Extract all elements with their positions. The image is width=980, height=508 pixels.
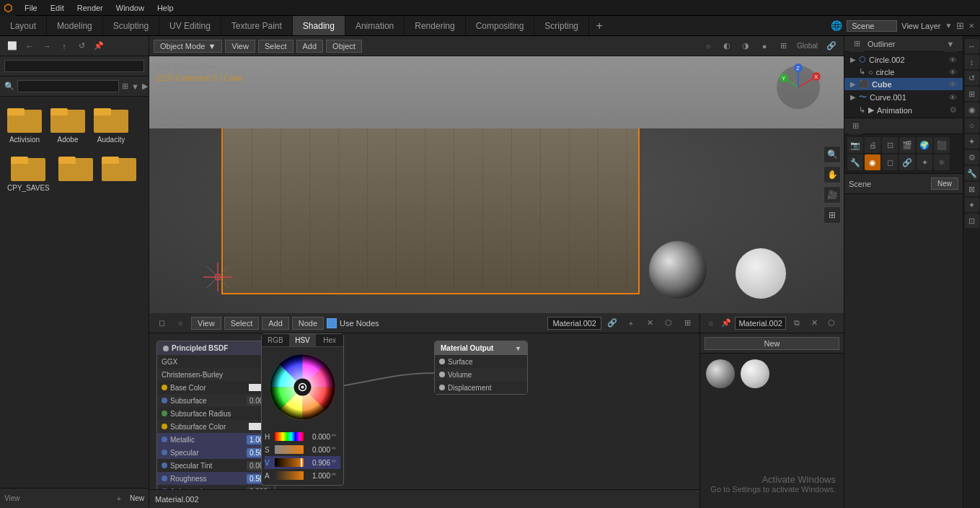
editor-type-btn[interactable]: ⬜: [4, 38, 20, 54]
viewport-snap-btn[interactable]: 🔗: [824, 38, 839, 54]
prop-world-icon[interactable]: 🌍: [917, 137, 932, 153]
tab-modeling[interactable]: Modeling: [47, 16, 103, 35]
outliner-curve001[interactable]: ▶ 〜 Curve.001 👁: [844, 90, 963, 104]
menu-render[interactable]: Render: [71, 2, 109, 14]
list-item[interactable]: Audacity: [94, 104, 128, 144]
menu-window[interactable]: Window: [110, 2, 150, 14]
tab-animation[interactable]: Animation: [345, 16, 405, 35]
prop-material-icon[interactable]: ◉: [865, 154, 880, 170]
tab-compositing[interactable]: Compositing: [466, 16, 535, 35]
viewport-shading2-btn[interactable]: ◑: [738, 38, 754, 54]
properties-type-btn[interactable]: ⊞: [847, 118, 863, 134]
node-canvas[interactable]: RGB HSV Hex: [149, 333, 699, 508]
new-material-btn[interactable]: New: [705, 337, 839, 350]
outliner-eye-anim[interactable]: ⚙: [950, 105, 957, 115]
list-item[interactable]: Adobe: [50, 104, 85, 144]
nav-zoom-in[interactable]: 🔍: [824, 146, 841, 163]
node-view-btn[interactable]: View: [191, 317, 221, 330]
color-tab-hex[interactable]: Hex: [316, 334, 343, 346]
node-node-btn[interactable]: Node: [292, 317, 324, 330]
mode-selector[interactable]: Object Mode ▼: [154, 40, 222, 53]
new-file-btn[interactable]: +: [111, 491, 127, 507]
mat-link-btn[interactable]: 🔗: [604, 315, 620, 331]
sidebar-tool-5[interactable]: ◉: [965, 102, 979, 117]
prop-physics-icon[interactable]: ⚛: [934, 154, 950, 170]
sidebar-tool-4[interactable]: ⊞: [965, 87, 979, 101]
sidebar-tool-10[interactable]: ⊠: [965, 182, 979, 196]
sat-bar[interactable]: [275, 445, 304, 454]
outliner-animation[interactable]: ↳ ▶ Animation ⚙: [844, 104, 963, 116]
mat-shield-btn[interactable]: ⬡: [661, 315, 676, 331]
refresh-btn[interactable]: ↺: [74, 38, 89, 54]
prop-particles-icon[interactable]: ✦: [917, 154, 932, 170]
tab-layout[interactable]: Layout: [0, 16, 47, 35]
viewport-view-btn[interactable]: View: [225, 40, 255, 53]
viewport-shading-btn[interactable]: ◐: [719, 38, 735, 54]
sidebar-tool-8[interactable]: ⚙: [965, 150, 979, 165]
sidebar-tool-7[interactable]: ✦: [965, 134, 979, 149]
tab-scripting[interactable]: Scripting: [534, 16, 589, 35]
up-btn[interactable]: ↑: [56, 38, 72, 54]
sidebar-tool-11[interactable]: ✦: [965, 198, 979, 212]
val-edit-icon[interactable]: ✏: [332, 458, 340, 467]
val-bar[interactable]: [275, 458, 304, 467]
tab-add[interactable]: +: [589, 16, 609, 35]
color-wheel[interactable]: [268, 353, 337, 421]
sidebar-tool-6[interactable]: ○: [965, 118, 979, 133]
prop-output-icon[interactable]: 🖨: [865, 137, 880, 153]
mat-x2-btn[interactable]: ✕: [806, 315, 822, 331]
use-nodes-toggle[interactable]: Use Nodes: [327, 318, 379, 328]
filter-btn[interactable]: ▼: [131, 79, 139, 95]
node-editor-sub-btn[interactable]: ○: [172, 315, 188, 331]
use-nodes-checkbox[interactable]: [327, 318, 337, 328]
node-add-btn[interactable]: Add: [262, 317, 289, 330]
outliner-circle[interactable]: ↳ ○ circle 👁: [844, 66, 963, 78]
viewport-sphere-btn[interactable]: ○: [700, 38, 716, 54]
viewport-object-btn[interactable]: Object: [326, 40, 362, 53]
bookmark-btn[interactable]: 📌: [91, 38, 107, 54]
viewport-shading3-btn[interactable]: ●: [756, 38, 772, 54]
outliner-eye-circle002[interactable]: 👁: [949, 56, 957, 64]
prop-modifier-icon[interactable]: 🔧: [847, 154, 863, 170]
tab-uv-editing[interactable]: UV Editing: [159, 16, 221, 35]
menu-help[interactable]: Help: [151, 2, 180, 14]
search-input[interactable]: [17, 80, 119, 92]
color-tab-hsv[interactable]: HSV: [289, 334, 317, 346]
mat-x-btn[interactable]: ✕: [642, 315, 658, 331]
outliner-cube[interactable]: ▶ ⬛ Cube 👁: [844, 78, 963, 90]
tab-rendering[interactable]: Rendering: [405, 16, 465, 35]
nav-grid[interactable]: ⊞: [824, 206, 841, 224]
list-item[interactable]: Activision: [7, 104, 42, 144]
sidebar-tool-1[interactable]: ↔: [965, 39, 979, 53]
menu-file[interactable]: File: [19, 2, 43, 14]
nav-camera[interactable]: 🎥: [824, 186, 841, 203]
mat-shield2-btn[interactable]: ⬡: [824, 315, 839, 331]
list-item[interactable]: [58, 152, 93, 192]
alpha-edit-icon[interactable]: ✏: [332, 471, 340, 480]
tab-sculpting[interactable]: Sculpting: [103, 16, 159, 35]
hue-edit-icon[interactable]: ✏: [332, 432, 340, 441]
hue-bar[interactable]: [275, 432, 304, 441]
node-select-btn[interactable]: Select: [224, 317, 260, 330]
color-tab-rgb[interactable]: RGB: [262, 334, 289, 346]
sidebar-tool-3[interactable]: ↺: [965, 71, 979, 85]
sidebar-tool-12[interactable]: ⊡: [965, 214, 979, 228]
mat-scene-icon[interactable]: ○: [705, 315, 717, 331]
nav-grab[interactable]: ✋: [824, 166, 841, 183]
viewport-add-btn[interactable]: Add: [296, 40, 324, 53]
outliner-circle002[interactable]: ▶ ⬡ Circle.002 👁: [844, 53, 963, 66]
menu-edit[interactable]: Edit: [45, 2, 70, 14]
list-item[interactable]: [102, 152, 136, 192]
tab-texture-paint[interactable]: Texture Paint: [221, 16, 293, 35]
path-input[interactable]: C:\Use: [4, 60, 144, 72]
sidebar-tool-9[interactable]: 🔧: [965, 166, 979, 180]
outliner-eye-cube[interactable]: 👁: [949, 80, 957, 89]
mat-pin-icon[interactable]: 📌: [720, 315, 732, 331]
new-scene-btn[interactable]: New: [931, 178, 958, 190]
grid-view-btn[interactable]: ⊞: [122, 79, 128, 95]
prop-viewlayer-icon[interactable]: ⊡: [882, 137, 898, 153]
alpha-bar[interactable]: [275, 471, 304, 480]
viewport-select-btn[interactable]: Select: [258, 40, 293, 53]
prop-data-icon[interactable]: ◻: [882, 154, 898, 170]
prop-constraint-icon[interactable]: 🔗: [899, 154, 915, 170]
